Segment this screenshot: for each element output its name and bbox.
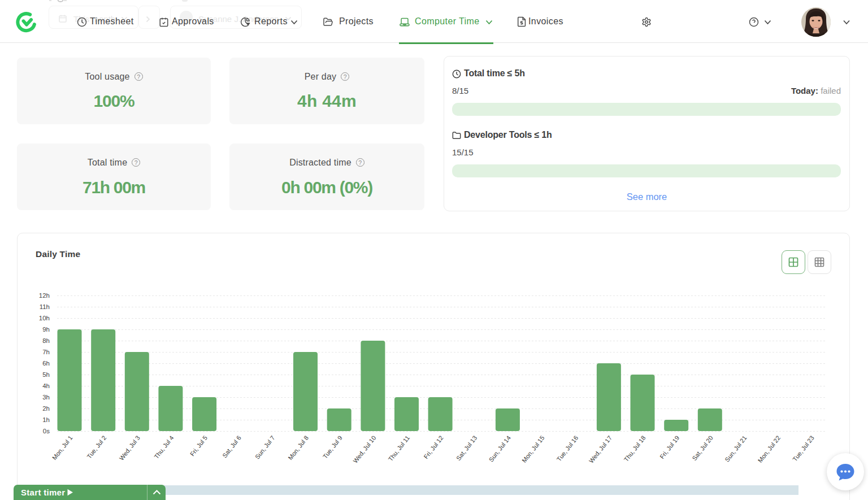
svg-text:Thu, Jul 4: Thu, Jul 4 <box>153 434 175 460</box>
svg-text:0s: 0s <box>43 428 50 434</box>
svg-text:6h: 6h <box>42 360 50 367</box>
svg-text:Mon, Jul 15: Mon, Jul 15 <box>520 434 545 464</box>
svg-text:5h: 5h <box>42 371 50 378</box>
svg-text:Wed, Jul 17: Wed, Jul 17 <box>588 434 613 464</box>
svg-text:Mon, Jul 1: Mon, Jul 1 <box>51 434 74 461</box>
svg-text:Sat, Jul 6: Sat, Jul 6 <box>221 434 242 459</box>
svg-text:8h: 8h <box>42 337 50 344</box>
svg-text:Sun, Jul 7: Sun, Jul 7 <box>254 434 276 460</box>
svg-text:Wed, Jul 10: Wed, Jul 10 <box>351 434 377 464</box>
svg-text:10h: 10h <box>39 315 50 321</box>
svg-text:Fri, Jul 19: Fri, Jul 19 <box>658 434 680 460</box>
svg-text:Thu, Jul 18: Thu, Jul 18 <box>623 434 647 463</box>
svg-text:Thu, Jul 11: Thu, Jul 11 <box>387 434 411 463</box>
svg-text:12h: 12h <box>39 292 50 299</box>
svg-text:4h: 4h <box>42 382 50 389</box>
svg-text:2h: 2h <box>42 405 50 412</box>
svg-text:Tue, Jul 9: Tue, Jul 9 <box>322 434 344 460</box>
svg-text:Wed, Jul 3: Wed, Jul 3 <box>118 434 141 462</box>
svg-text:3h: 3h <box>42 394 50 401</box>
svg-text:Fri, Jul 12: Fri, Jul 12 <box>422 434 444 460</box>
svg-text:Mon, Jul 22: Mon, Jul 22 <box>757 434 782 464</box>
svg-text:11h: 11h <box>40 303 50 310</box>
svg-text:Sun, Jul 14: Sun, Jul 14 <box>488 434 512 463</box>
svg-text:Sat, Jul 13: Sat, Jul 13 <box>455 434 478 462</box>
svg-text:Tue, Jul 16: Tue, Jul 16 <box>555 434 580 463</box>
svg-text:Tue, Jul 2: Tue, Jul 2 <box>85 434 107 460</box>
svg-text:7h: 7h <box>42 349 50 355</box>
svg-text:9h: 9h <box>42 326 50 333</box>
svg-text:Tue, Jul 23: Tue, Jul 23 <box>791 434 815 463</box>
svg-text:1h: 1h <box>42 416 50 423</box>
svg-text:Sat, Jul 20: Sat, Jul 20 <box>691 434 714 462</box>
svg-text:Fri, Jul 5: Fri, Jul 5 <box>189 434 209 458</box>
svg-text:Mon, Jul 8: Mon, Jul 8 <box>287 434 310 461</box>
svg-text:Sun, Jul 21: Sun, Jul 21 <box>723 434 748 463</box>
